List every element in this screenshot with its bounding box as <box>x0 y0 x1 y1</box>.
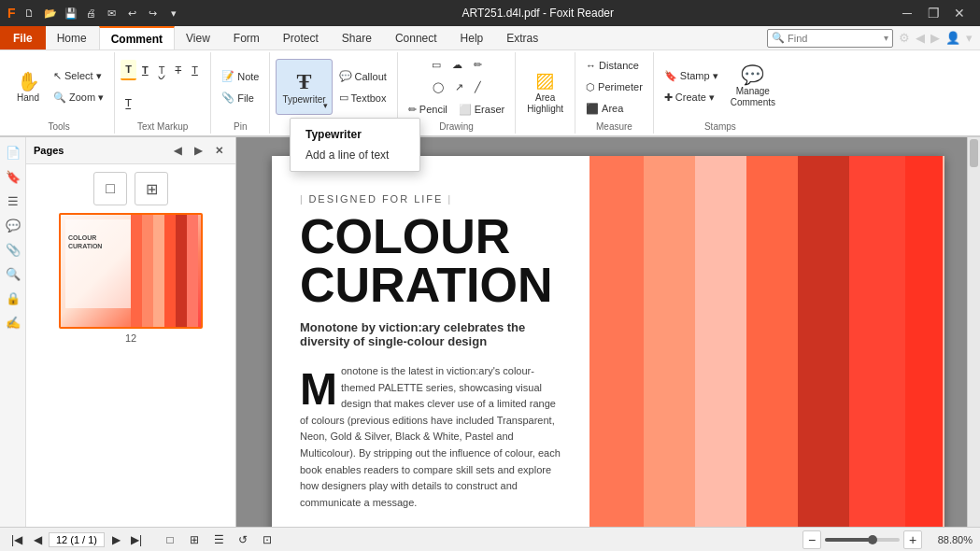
ribbon-group-area-highlight: ▨ AreaHighlight <box>516 52 575 134</box>
file-btn[interactable]: 📎 File <box>217 88 263 108</box>
undo-btn[interactable]: ↩ <box>124 5 141 21</box>
nav-back-btn[interactable]: ◀ <box>916 31 925 45</box>
sidebar-icon-signature[interactable]: ✍ <box>2 311 24 333</box>
text-markup-6[interactable]: T̲ <box>121 93 136 114</box>
tab-file[interactable]: File <box>0 26 46 49</box>
pencil-tool-btn[interactable]: ✏ Pencil <box>404 99 452 120</box>
tab-share[interactable]: Share <box>331 26 384 49</box>
tab-help[interactable]: Help <box>449 26 496 49</box>
area-highlight-btn[interactable]: ▨ AreaHighlight <box>521 64 569 120</box>
stamp-btn[interactable]: 🔖 Stamp ▾ <box>660 66 723 87</box>
first-page-btn[interactable]: |◀ <box>7 530 26 549</box>
tab-form[interactable]: Form <box>222 26 272 49</box>
cloud-btn[interactable]: ☁ <box>447 54 467 75</box>
zoom-out-btn[interactable]: − <box>802 530 821 549</box>
single-view-btn[interactable]: □ <box>161 530 179 549</box>
expand-btn[interactable]: ▾ <box>966 31 973 45</box>
rotate-btn[interactable]: ↺ <box>234 530 252 549</box>
text-markup-4[interactable]: T <box>170 60 186 80</box>
open-btn[interactable]: 📂 <box>42 5 59 21</box>
sidebar-icon-comments[interactable]: 💬 <box>2 214 24 236</box>
book-spines-decoration: MONOTONE No. 7 MONOTONE MONOTONE PALETTE… <box>589 156 944 527</box>
fit-btn[interactable]: ⊡ <box>258 530 277 549</box>
account-btn[interactable]: 👤 <box>945 31 960 45</box>
restore-btn[interactable]: ❐ <box>920 0 946 26</box>
textbox-btn[interactable]: ▭ Textbox <box>334 88 391 108</box>
pages-panel-controls: ◀ ▶ ✕ <box>168 141 228 160</box>
vertical-scrollbar[interactable] <box>967 137 980 527</box>
create-label: Create ▾ <box>675 92 715 104</box>
text-markup-3[interactable]: T <box>154 60 170 80</box>
tab-extras[interactable]: Extras <box>495 26 550 49</box>
measure-group-label: Measure <box>596 120 632 132</box>
customize-btn[interactable]: ▾ <box>165 5 182 21</box>
next-page-btn[interactable]: ▶ <box>107 530 125 549</box>
sidebar-icon-search[interactable]: 🔍 <box>2 262 24 285</box>
nav-forward-btn[interactable]: ▶ <box>930 31 940 45</box>
area-highlight-icon: ▨ <box>535 70 555 91</box>
distance-btn[interactable]: ↔ Distance <box>581 55 647 76</box>
panel-close-btn[interactable]: ✕ <box>209 141 228 160</box>
page-thumbnail-12[interactable]: COLOURCURATION <box>59 213 203 329</box>
prev-page-btn[interactable]: ◀ <box>28 530 47 549</box>
dropdown-add-line-btn[interactable]: Add a line of text <box>291 143 419 167</box>
callout-btn[interactable]: 💬 Callout <box>334 66 391 87</box>
perimeter-btn[interactable]: ⬡ Perimeter <box>581 77 647 97</box>
search-dropdown-icon[interactable]: ▾ <box>884 33 888 43</box>
note-btn[interactable]: 📝 Note <box>217 66 263 87</box>
area-measure-btn[interactable]: ⬛ Area <box>581 98 647 119</box>
single-page-btn[interactable]: □ <box>93 172 127 205</box>
hand-tool-btn[interactable]: ✋ Hand <box>9 59 47 115</box>
create-btn[interactable]: ✚ Create ▾ <box>660 88 723 108</box>
sidebar-icon-attachments[interactable]: 📎 <box>2 238 24 261</box>
text-markup-1[interactable]: T <box>121 60 136 80</box>
line-btn[interactable]: ╱ <box>470 77 486 97</box>
select-tool-btn[interactable]: ↖ Select ▾ <box>49 66 108 87</box>
pencil-icon: ✏ <box>408 104 417 116</box>
tab-protect[interactable]: Protect <box>272 26 331 49</box>
zoom-slider[interactable] <box>825 538 900 542</box>
zoom-tool-btn[interactable]: 🔍 Zoom ▾ <box>49 88 108 108</box>
double-page-btn[interactable]: ⊞ <box>135 172 168 205</box>
pencil-draw-btn[interactable]: ✏ <box>469 54 487 75</box>
panel-next-btn[interactable]: ▶ <box>189 141 207 160</box>
last-page-btn[interactable]: ▶| <box>127 530 146 549</box>
panel-prev-btn[interactable]: ◀ <box>168 141 187 160</box>
arrow-btn[interactable]: ↗ <box>450 77 468 97</box>
print-btn[interactable]: 🖨 <box>83 5 100 21</box>
double-view-btn[interactable]: ⊞ <box>185 530 204 549</box>
save-btn[interactable]: 💾 <box>63 5 79 21</box>
search-input[interactable] <box>788 33 881 44</box>
tab-home[interactable]: Home <box>46 26 99 49</box>
doc-subtitle-text: Monotone by viction:ary celebrates the d… <box>300 320 525 348</box>
tab-comment[interactable]: Comment <box>99 26 175 49</box>
ellipse-btn[interactable]: ◯ <box>428 77 448 97</box>
tab-view[interactable]: View <box>175 26 222 49</box>
text-markup-2[interactable]: T <box>137 60 153 80</box>
textmarkup-items: T T T T T T̲ <box>121 54 205 120</box>
new-file-btn[interactable]: 🗋 <box>21 5 38 21</box>
rect-btn[interactable]: ▭ <box>427 54 446 75</box>
page-input[interactable] <box>49 532 105 547</box>
text-markup-5[interactable]: T <box>187 60 203 80</box>
sidebar-icon-bookmarks[interactable]: 🔖 <box>2 165 24 188</box>
scroll-view-btn[interactable]: ☰ <box>209 530 228 549</box>
sidebar-icon-security[interactable]: 🔒 <box>2 287 24 309</box>
zoom-in-btn[interactable]: + <box>903 530 922 549</box>
close-btn[interactable]: ✕ <box>946 0 973 26</box>
settings-btn[interactable]: ⚙ <box>899 31 910 45</box>
typewriter-btn[interactable]: Ŧ Typewriter ▾ <box>276 59 332 115</box>
minimize-btn[interactable]: ─ <box>894 0 920 26</box>
eraser-btn[interactable]: ⬜ Eraser <box>454 99 509 120</box>
document-viewer[interactable]: MONOTONE No. 7 MONOTONE MONOTONE PALETTE… <box>236 137 980 527</box>
textbox-icon: ▭ <box>339 92 348 104</box>
redo-btn[interactable]: ↪ <box>145 5 162 21</box>
file-icon: 📎 <box>221 92 234 104</box>
email-btn[interactable]: ✉ <box>104 5 121 21</box>
sidebar-icon-layers[interactable]: ☰ <box>2 190 24 212</box>
scrollbar-thumb[interactable] <box>970 139 978 167</box>
zoom-slider-thumb <box>868 535 877 544</box>
sidebar-icon-pages[interactable]: 📄 <box>2 141 24 163</box>
tab-connect[interactable]: Connect <box>384 26 449 49</box>
manage-comments-btn[interactable]: 💬 ManageComments <box>725 59 781 115</box>
